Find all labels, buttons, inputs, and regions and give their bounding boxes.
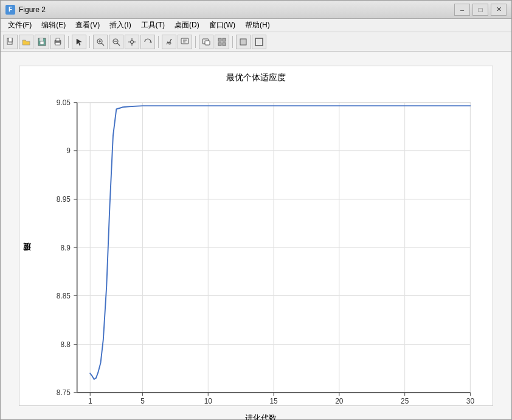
close-button[interactable]: ✕	[491, 4, 507, 16]
svg-marker-15	[150, 41, 152, 43]
svg-text:20: 20	[335, 397, 344, 405]
svg-rect-25	[223, 43, 226, 46]
chart-area: 最优个体适应度 适应度	[19, 66, 493, 406]
title-bar: F Figure 2 – □ ✕	[1, 1, 511, 19]
svg-text:9.05: 9.05	[57, 98, 71, 106]
svg-text:8.75: 8.75	[57, 388, 71, 397]
window-title: Figure 2	[19, 5, 454, 14]
print-button[interactable]	[50, 35, 65, 49]
menu-window[interactable]: 窗口(W)	[204, 19, 240, 32]
chart-container: 最优个体适应度 适应度	[1, 52, 511, 419]
main-window: F Figure 2 – □ ✕ 文件(F) 编辑(E) 查看(V) 插入(I)…	[0, 0, 512, 420]
pan-button[interactable]	[125, 35, 139, 49]
svg-text:30: 30	[466, 397, 475, 405]
sep3	[158, 36, 159, 48]
svg-text:25: 25	[401, 397, 409, 405]
zoom-out-button[interactable]	[109, 35, 123, 49]
x-axis-label: 进化代数	[38, 413, 483, 420]
rotate-button[interactable]	[140, 35, 155, 49]
y-axis-label: 适应度	[19, 86, 35, 421]
menu-edit[interactable]: 编辑(E)	[36, 19, 71, 32]
new-button[interactable]	[3, 35, 18, 49]
app-icon: F	[5, 5, 15, 15]
zoom-in-button[interactable]	[93, 35, 108, 49]
svg-text:5: 5	[140, 397, 145, 405]
svg-line-9	[102, 43, 104, 46]
svg-rect-27	[255, 38, 263, 46]
svg-text:9: 9	[66, 146, 71, 155]
svg-rect-23	[223, 38, 226, 41]
minimize-button[interactable]: –	[454, 4, 470, 16]
menu-view[interactable]: 查看(V)	[71, 19, 105, 32]
svg-text:8.85: 8.85	[57, 291, 71, 300]
svg-text:8.8: 8.8	[60, 340, 71, 348]
svg-rect-1	[9, 38, 12, 42]
window-controls: – □ ✕	[454, 4, 507, 16]
svg-text:10: 10	[204, 397, 213, 405]
menu-help[interactable]: 帮助(H)	[240, 19, 275, 32]
data-cursor-button[interactable]	[162, 35, 176, 49]
sep4	[195, 36, 196, 48]
sep2	[89, 36, 90, 48]
menu-file[interactable]: 文件(F)	[3, 19, 36, 32]
box-button[interactable]	[236, 35, 251, 49]
menu-insert[interactable]: 插入(I)	[105, 19, 136, 32]
svg-rect-24	[218, 43, 221, 46]
open-button[interactable]	[19, 35, 33, 49]
cursor-button[interactable]	[72, 35, 86, 49]
menu-bar: 文件(F) 编辑(E) 查看(V) 插入(I) 工具(T) 桌面(D) 窗口(W…	[1, 19, 511, 32]
toolbar	[1, 32, 511, 52]
chart-svg: 8.75 8.8 8.85 8.9 8.95	[38, 89, 483, 405]
sep1	[68, 36, 69, 48]
chart-body: 适应度	[19, 86, 493, 421]
svg-rect-17	[181, 38, 189, 44]
svg-text:15: 15	[269, 397, 278, 405]
svg-rect-6	[56, 38, 60, 41]
svg-rect-21	[205, 41, 210, 45]
svg-rect-3	[40, 38, 43, 41]
brush-button[interactable]	[178, 35, 192, 49]
frame-button[interactable]	[252, 35, 266, 49]
svg-text:8.95: 8.95	[57, 195, 71, 204]
svg-text:8.9: 8.9	[60, 243, 71, 252]
menu-desktop[interactable]: 桌面(D)	[170, 19, 204, 32]
sep5	[232, 36, 233, 48]
svg-text:1: 1	[88, 397, 92, 405]
menu-tools[interactable]: 工具(T)	[136, 19, 170, 32]
svg-rect-7	[55, 43, 60, 45]
svg-rect-26	[240, 39, 246, 45]
link-button[interactable]	[199, 35, 213, 49]
tile-button[interactable]	[215, 35, 229, 49]
svg-line-13	[117, 43, 120, 46]
svg-rect-4	[40, 41, 44, 44]
maximize-button[interactable]: □	[472, 4, 488, 16]
save-button[interactable]	[35, 35, 49, 49]
svg-rect-22	[218, 38, 221, 41]
chart-title: 最优个体适应度	[19, 66, 493, 86]
chart-inner: 8.75 8.8 8.85 8.9 8.95	[38, 89, 483, 405]
